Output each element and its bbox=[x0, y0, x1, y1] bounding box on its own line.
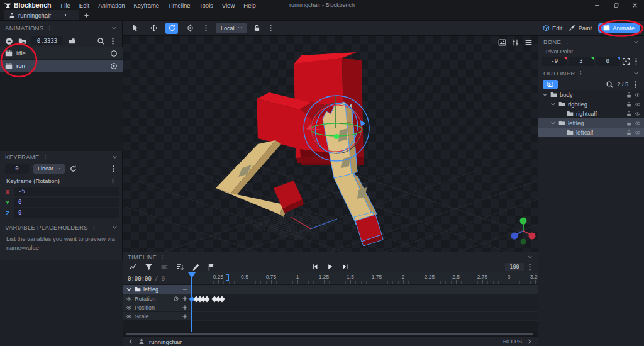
plus-icon[interactable] bbox=[182, 313, 188, 320]
outliner-view-toggle[interactable] bbox=[543, 80, 558, 89]
outliner-node-rightleg[interactable]: rightleg bbox=[538, 99, 644, 109]
lock-open-icon[interactable] bbox=[626, 111, 632, 117]
variable-placeholders-input[interactable]: List the variables you want to preview v… bbox=[0, 233, 123, 254]
menu-view[interactable]: View bbox=[218, 1, 239, 9]
viewport-3d[interactable] bbox=[123, 36, 538, 252]
keyframe-value-y[interactable]: 0 bbox=[14, 198, 119, 207]
select-pivot-icon[interactable] bbox=[622, 57, 630, 65]
eye-icon[interactable] bbox=[635, 111, 641, 117]
transform-space-dropdown[interactable]: Local bbox=[216, 23, 247, 33]
animation-item-idle[interactable]: idle bbox=[0, 47, 123, 60]
interpolation-dropdown[interactable]: Linear bbox=[33, 164, 65, 174]
eye-icon[interactable] bbox=[635, 120, 641, 126]
pivot-y-input[interactable]: 3 bbox=[569, 57, 593, 66]
viewport-menu-icon[interactable] bbox=[525, 38, 533, 47]
eye-icon[interactable] bbox=[635, 130, 641, 136]
new-tab-button[interactable] bbox=[79, 10, 93, 20]
chevron-left-icon[interactable] bbox=[128, 338, 134, 345]
dots-menu-icon[interactable] bbox=[631, 81, 640, 89]
chev-down-icon[interactable] bbox=[550, 101, 556, 107]
maximize-button[interactable] bbox=[606, 0, 625, 10]
keyframe-time-input[interactable]: 0 bbox=[5, 164, 29, 174]
keyframe-value-x[interactable]: -5 bbox=[14, 187, 119, 196]
mode-animate[interactable]: Animate bbox=[598, 23, 640, 33]
lock-motion-trail-icon[interactable] bbox=[253, 24, 261, 32]
channel-lane-position[interactable] bbox=[192, 303, 538, 312]
animation-item-run[interactable]: run bbox=[0, 60, 123, 72]
channel-lane-scale[interactable] bbox=[192, 312, 538, 321]
dots-menu-icon[interactable] bbox=[91, 225, 97, 230]
jump-to-start-icon[interactable] bbox=[312, 264, 318, 270]
eye-icon[interactable] bbox=[126, 296, 132, 302]
keyframe-marker[interactable] bbox=[219, 296, 225, 302]
eye-icon[interactable] bbox=[635, 92, 641, 98]
dots-menu-icon[interactable] bbox=[526, 263, 534, 271]
collapse-group-icon[interactable] bbox=[182, 286, 188, 293]
menu-keyframe[interactable]: Keyframe bbox=[129, 1, 164, 9]
pivot-z-input[interactable]: 0 bbox=[596, 57, 620, 66]
edit-mode-icon[interactable] bbox=[192, 263, 200, 271]
dots-menu-icon[interactable] bbox=[578, 70, 584, 76]
lock-open-icon[interactable] bbox=[626, 120, 632, 126]
playhead-handle[interactable] bbox=[188, 272, 196, 278]
pivot-tool[interactable] bbox=[184, 23, 196, 34]
dots-menu-icon[interactable] bbox=[564, 39, 570, 45]
chevron-down-icon[interactable] bbox=[126, 286, 132, 293]
circle-slash-icon[interactable] bbox=[173, 296, 179, 302]
chev-down-icon[interactable] bbox=[542, 92, 548, 98]
chevron-down-icon[interactable] bbox=[111, 25, 117, 31]
channel-scale[interactable]: Scale bbox=[123, 312, 192, 321]
eye-icon[interactable] bbox=[635, 101, 641, 108]
screenshot-icon[interactable] bbox=[498, 38, 506, 47]
rightleg-model[interactable] bbox=[216, 140, 304, 217]
menu-edit[interactable]: Edit bbox=[75, 1, 94, 9]
plus-icon[interactable] bbox=[182, 304, 188, 311]
play-icon[interactable] bbox=[327, 264, 333, 270]
eye-icon[interactable] bbox=[126, 313, 132, 320]
outliner-node-rightcalf[interactable]: rightcalf bbox=[538, 109, 644, 118]
lock-open-icon[interactable] bbox=[626, 92, 632, 98]
rotate-tool[interactable] bbox=[165, 23, 178, 34]
channel-rotation[interactable]: Rotation bbox=[123, 294, 192, 303]
timeline-zoom-input[interactable]: 100 bbox=[505, 263, 524, 271]
channel-lane-rotation[interactable] bbox=[192, 294, 538, 303]
circle-icon[interactable] bbox=[110, 50, 118, 57]
keyframe-marker[interactable] bbox=[204, 296, 210, 302]
mode-edit[interactable]: Edit bbox=[543, 25, 562, 31]
view-gizmo[interactable] bbox=[511, 218, 536, 245]
keyframe-value-z[interactable]: 0 bbox=[14, 208, 119, 218]
menu-file[interactable]: File bbox=[57, 1, 75, 9]
slate-icon[interactable] bbox=[68, 37, 76, 45]
dots-menu-icon[interactable] bbox=[160, 254, 165, 260]
timeline-group-leftleg[interactable]: leftleg bbox=[123, 285, 192, 294]
mode-paint[interactable]: Paint bbox=[569, 25, 592, 31]
dots-menu-icon[interactable] bbox=[109, 37, 117, 45]
load-animation-file-icon[interactable] bbox=[18, 37, 26, 45]
close-button[interactable] bbox=[625, 0, 644, 10]
add-keyframe-icon[interactable] bbox=[109, 177, 116, 184]
dots-menu-icon[interactable] bbox=[267, 24, 275, 32]
dots-menu-icon[interactable] bbox=[109, 165, 118, 173]
marker-flag-icon[interactable] bbox=[208, 263, 216, 271]
chev-down-icon[interactable] bbox=[550, 120, 556, 126]
reset-keyframe-icon[interactable] bbox=[69, 165, 77, 173]
chevron-down-icon[interactable] bbox=[633, 39, 639, 45]
chevron-down-icon[interactable] bbox=[527, 254, 533, 260]
lock-open-icon[interactable] bbox=[626, 101, 632, 108]
chevron-down-icon[interactable] bbox=[112, 225, 118, 230]
scrollbar-thumb[interactable] bbox=[126, 333, 533, 335]
chevron-right-icon[interactable] bbox=[526, 338, 533, 345]
menu-tools[interactable]: Tools bbox=[195, 1, 218, 9]
pivot-x-input[interactable]: -9 bbox=[542, 57, 567, 66]
graph-editor-icon[interactable] bbox=[129, 263, 137, 271]
outliner-node-body[interactable]: body bbox=[538, 90, 644, 99]
channel-position[interactable]: Position bbox=[123, 303, 192, 312]
eye-icon[interactable] bbox=[126, 304, 132, 311]
sort-tracks-icon[interactable] bbox=[176, 263, 184, 271]
menu-timeline[interactable]: Timeline bbox=[164, 1, 195, 9]
lock-open-icon[interactable] bbox=[626, 130, 632, 136]
jump-to-end-icon[interactable] bbox=[342, 264, 348, 270]
menu-help[interactable]: Help bbox=[239, 1, 260, 9]
timeline-ruler[interactable]: 0.250.50.7511.251.51.7522.252.52.7533.25 bbox=[192, 272, 538, 285]
minimize-button[interactable] bbox=[587, 0, 606, 10]
